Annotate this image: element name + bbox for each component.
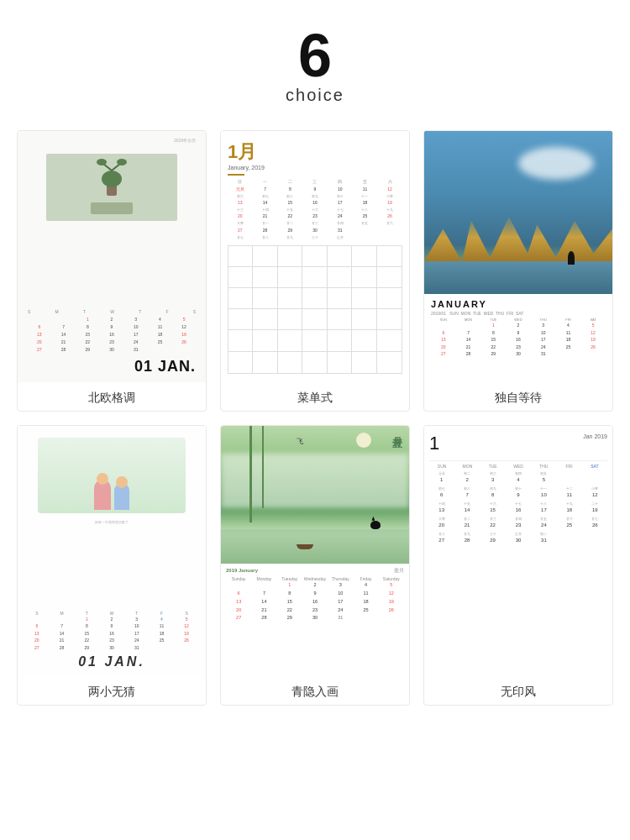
cal-cell: 廿四23	[506, 516, 530, 530]
card5-month-cn: 壹月	[394, 567, 404, 575]
card3-illustration	[424, 131, 612, 294]
cal-cell: 元旦1	[429, 470, 454, 485]
card1-side-text: 2019年台历	[24, 138, 199, 144]
choice-number: 6	[286, 25, 344, 86]
cal-cell: 小寒12	[583, 486, 607, 500]
svg-point-5	[117, 159, 127, 165]
card6-month-year: Jan 2019	[583, 433, 607, 441]
card4-month-label: 01 JAN.	[24, 654, 199, 669]
card2-cal-header: 日一二三四五六	[228, 179, 402, 184]
card4-quote: 如有一天我突然沉默了	[24, 520, 199, 524]
card6-cal-header: SUNMONTUEWEDTHUFRISAT	[429, 464, 607, 469]
card5-illustration: 飞 壹月	[221, 426, 409, 564]
cal-cell: 初七6	[429, 486, 454, 500]
cal-cell: 十九18	[557, 501, 581, 515]
card4-illustration	[38, 438, 186, 513]
card1-month-label: 01 JAN.	[24, 354, 199, 375]
cal-cell: 十六15	[480, 501, 505, 515]
card-children-inner: 如有一天我突然沉默了 SMTWTFS 12345 6789101112 1314…	[18, 426, 206, 677]
cal-cell	[583, 470, 607, 485]
card-muji-inner: 1 Jan 2019 SUNMONTUEWEDTHUFRISAT 元旦1 初二2…	[424, 426, 612, 677]
card5-year: 2019 January	[226, 568, 258, 573]
card6-cal-grid: 元旦1 初二2 初三3 初四4 初五5 初七6 初八7 初九8 初十9 十一10…	[429, 470, 607, 545]
cal-cell: 十二11	[557, 486, 581, 500]
card-menu-inner: 1月 January, 2019 日一二三四五六 元旦初六 7初七 8初八 9初…	[221, 131, 409, 382]
cal-cell: 廿八27	[429, 531, 454, 545]
cal-cell: 初九8	[480, 486, 505, 500]
cal-cell: 二十19	[583, 501, 607, 515]
cal-cell: 初二31	[532, 531, 556, 545]
card-waiting-inner: JANUARY 2019/01 SUN MON TUE WED THU FRI …	[424, 131, 612, 382]
card5-bird: 飞	[297, 437, 303, 446]
card1-calendar: SMTWTFS 12345 6789101112 13141516171819 …	[24, 306, 199, 354]
card-waiting-label: 独自等待	[424, 382, 612, 411]
card-painting[interactable]: 飞 壹月 2019 January 壹月 SundayMondayTuesday…	[220, 425, 410, 706]
card5-cal-grid: 12345 6789101112 13141516171819 20212223…	[226, 581, 404, 622]
cal-cell	[583, 531, 607, 545]
card2-month-en: January, 2019	[228, 165, 402, 171]
card3-year: 2019/01 SUN MON TUE WED THU FRI SAT	[431, 311, 606, 316]
cal-cell: 十八17	[532, 501, 556, 515]
card-muji[interactable]: 1 Jan 2019 SUNMONTUEWEDTHUFRISAT 元旦1 初二2…	[423, 425, 613, 706]
cal-cell: 廿六25	[557, 516, 581, 530]
card3-jan: JANUARY	[431, 299, 606, 309]
card-children-label: 两小无猜	[18, 676, 206, 705]
card-menu-label: 菜单式	[221, 382, 409, 411]
calendar-grid: 2019年台历 SMTWTFS 12345 6789101112	[17, 130, 613, 706]
svg-point-3	[97, 159, 107, 165]
card5-bottom: 2019 January 壹月 SundayMondayTuesdayWedne…	[221, 564, 409, 676]
cal-cell: 初四4	[506, 470, 530, 485]
card-nordic-inner: 2019年台历 SMTWTFS 12345 6789101112	[18, 131, 206, 382]
card2-grid-lines	[228, 245, 402, 374]
cal-cell: 初二2	[454, 470, 479, 485]
cal-cell	[557, 470, 581, 485]
cal-cell: 初五5	[532, 470, 556, 485]
card2-cal-grid: 元旦初六 7初七 8初八 9初九 10初十 11十一 12小寒 13十三 14十…	[228, 186, 402, 240]
card-painting-inner: 飞 壹月 2019 January 壹月 SundayMondayTuesday…	[221, 426, 409, 677]
cal-cell: 廿九28	[454, 531, 479, 545]
cal-cell: 正月30	[506, 531, 530, 545]
card6-num: 1	[429, 433, 439, 454]
card1-photo	[46, 154, 177, 221]
card6-divider	[429, 460, 607, 461]
cal-cell: 廿五24	[532, 516, 556, 530]
cal-cell: 初八7	[454, 486, 479, 500]
cal-cell: 十四13	[429, 501, 454, 515]
cal-cell: 三十29	[480, 531, 505, 545]
card-nordic-label: 北欧格调	[18, 382, 206, 411]
card2-line	[228, 174, 244, 176]
svg-point-1	[102, 171, 122, 187]
card6-top-row: 1 Jan 2019	[429, 433, 607, 454]
card4-calendar: SMTWTFS 12345 6789101112 13141516171819 …	[24, 611, 199, 652]
cal-cell	[557, 531, 581, 545]
page-header: 6 choice	[286, 25, 344, 105]
cal-cell: 十一10	[532, 486, 556, 500]
cal-cell: 十七16	[506, 501, 530, 515]
cal-cell: 廿七26	[583, 516, 607, 530]
card-nordic[interactable]: 2019年台历 SMTWTFS 12345 6789101112	[17, 130, 207, 412]
cal-cell: 十五14	[454, 501, 479, 515]
card2-month-cn: 1月	[228, 139, 402, 165]
cal-cell: 初十9	[506, 486, 530, 500]
card-waiting[interactable]: JANUARY 2019/01 SUN MON TUE WED THU FRI …	[423, 130, 613, 412]
cal-cell: 大寒20	[429, 516, 454, 530]
card3-cal-grid: 12345 6789101112 13141516171819 20212223…	[431, 322, 606, 358]
cal-cell: 廿三22	[480, 516, 505, 530]
card3-bottom: JANUARY 2019/01 SUN MON TUE WED THU FRI …	[424, 294, 612, 382]
card-children[interactable]: 如有一天我突然沉默了 SMTWTFS 12345 6789101112 1314…	[17, 425, 207, 706]
choice-label: choice	[286, 86, 344, 105]
card-muji-label: 无印风	[424, 676, 612, 705]
card-menu[interactable]: 1月 January, 2019 日一二三四五六 元旦初六 7初七 8初八 9初…	[220, 130, 410, 412]
cal-cell: 初三3	[480, 470, 505, 485]
card-painting-label: 青隐入画	[221, 676, 409, 705]
cal-cell: 廿二21	[454, 516, 479, 530]
